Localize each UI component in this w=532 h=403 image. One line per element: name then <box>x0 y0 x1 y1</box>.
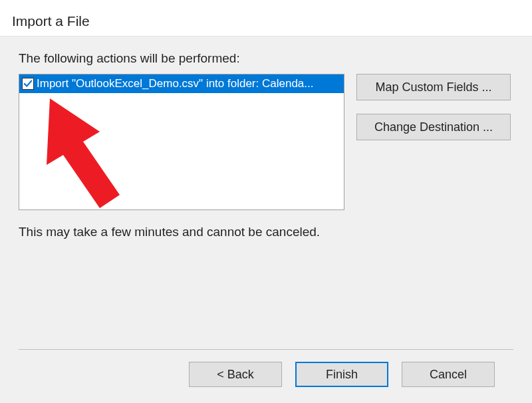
actions-list[interactable]: Import "OutlookExcel_Demo.csv" into fold… <box>19 74 344 210</box>
import-wizard-window: Import a File The following actions will… <box>0 0 532 403</box>
note-text: This may take a few minutes and cannot b… <box>19 225 513 239</box>
instruction-text: The following actions will be performed: <box>19 51 513 66</box>
footer-buttons: < Back Finish Cancel <box>19 349 513 403</box>
map-custom-fields-button[interactable]: Map Custom Fields ... <box>356 74 511 100</box>
svg-marker-0 <box>47 98 120 208</box>
action-item-label: Import "OutlookExcel_Demo.csv" into fold… <box>37 77 313 90</box>
content-area: The following actions will be performed:… <box>0 36 532 403</box>
finish-button[interactable]: Finish <box>295 362 388 387</box>
back-button[interactable]: < Back <box>189 362 282 387</box>
annotation-arrow-icon <box>43 92 136 210</box>
checkbox-icon[interactable] <box>22 78 34 90</box>
cancel-button[interactable]: Cancel <box>402 362 495 387</box>
window-title: Import a File <box>0 0 532 36</box>
change-destination-button[interactable]: Change Destination ... <box>356 114 511 140</box>
side-buttons: Map Custom Fields ... Change Destination… <box>356 74 511 140</box>
main-row: Import "OutlookExcel_Demo.csv" into fold… <box>19 74 513 210</box>
action-item-import[interactable]: Import "OutlookExcel_Demo.csv" into fold… <box>19 74 344 93</box>
